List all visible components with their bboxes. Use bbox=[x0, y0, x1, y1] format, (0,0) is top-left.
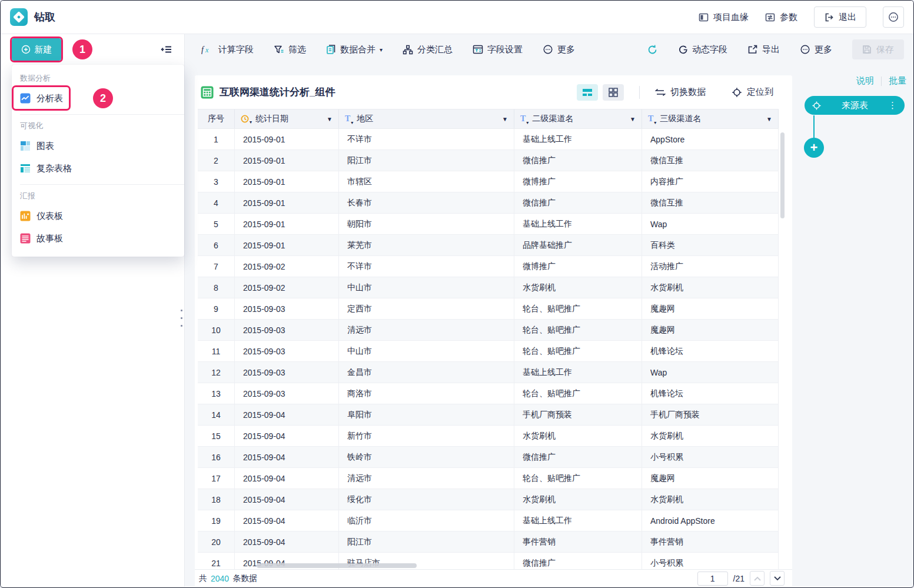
vertical-scrollbar[interactable] bbox=[780, 132, 785, 218]
list-view-toggle[interactable] bbox=[577, 84, 598, 101]
subtotal-button[interactable]: 分类汇总 bbox=[403, 44, 453, 55]
text-field-icon: T ▾ bbox=[345, 114, 353, 124]
column-label: 序号 bbox=[208, 114, 224, 124]
crosshair-icon bbox=[812, 101, 822, 111]
plus-circle-icon bbox=[21, 45, 31, 54]
next-page-button[interactable] bbox=[770, 571, 785, 586]
table-row[interactable]: 132015-09-03商洛市轮台、贴吧推广机锋论坛 bbox=[198, 383, 779, 404]
column-header-index[interactable]: 序号 bbox=[198, 109, 235, 128]
filter-caret-icon[interactable]: ▼ bbox=[327, 116, 333, 122]
table-cell: 2015-09-01 bbox=[235, 214, 339, 234]
table-row[interactable]: 22015-09-01阳江市微信推广微信互推 bbox=[198, 150, 779, 171]
table-row[interactable]: 122015-09-03金昌市基础上线工作Wap bbox=[198, 362, 779, 383]
table-row[interactable]: 142015-09-04阜阳市手机厂商预装手机厂商预装 bbox=[198, 404, 779, 426]
table-footer: 共 2040 条数据 1 /21 bbox=[195, 569, 792, 587]
horizontal-scrollbar[interactable] bbox=[257, 563, 417, 568]
table-cell: 水货刷机 bbox=[642, 277, 779, 298]
project-lineage-button[interactable]: 项目血缘 bbox=[699, 12, 749, 23]
table-row[interactable]: 62015-09-01莱芜市品牌基础推广百科类 bbox=[198, 235, 779, 256]
table-cell: 阳江市 bbox=[339, 150, 514, 171]
menu-section-label: 汇报 bbox=[12, 185, 184, 205]
table-cell: 2015-09-03 bbox=[235, 383, 339, 404]
table-row[interactable]: 72015-09-02不详市微博推广活动推广 bbox=[198, 256, 779, 277]
collapse-sidebar-icon[interactable] bbox=[161, 44, 172, 55]
table-cell: 微信推广 bbox=[514, 150, 642, 171]
table-row[interactable]: 82015-09-02中山市水货刷机水货刷机 bbox=[198, 277, 779, 298]
switch-data-button[interactable]: 切换数据 bbox=[655, 87, 706, 98]
table-row[interactable]: 42015-09-01长春市微信推广微信互推 bbox=[198, 192, 779, 214]
filter-button[interactable]: 筛选 bbox=[274, 44, 306, 55]
more-button-2[interactable]: 更多 bbox=[800, 44, 832, 55]
dynamic-g-icon bbox=[678, 45, 688, 55]
table-cell: 不详市 bbox=[339, 129, 514, 150]
page-total: /21 bbox=[733, 574, 745, 583]
dynamic-field-button[interactable]: 动态字段 bbox=[678, 44, 727, 55]
add-node-button[interactable]: + bbox=[804, 138, 824, 158]
table-row[interactable]: 182015-09-04绥化市水货刷机水货刷机 bbox=[198, 489, 779, 510]
panel-resize-handle[interactable] bbox=[181, 310, 182, 327]
batch-link[interactable]: 批量 bbox=[889, 75, 906, 87]
table-cell: 11 bbox=[198, 341, 235, 361]
table-cell: 8 bbox=[198, 277, 235, 298]
grid-view-toggle[interactable] bbox=[603, 84, 624, 101]
table-row[interactable]: 92015-09-03定西市轮台、贴吧推广魔趣网 bbox=[198, 298, 779, 320]
table-cell: 2015-09-01 bbox=[235, 235, 339, 255]
table-row[interactable]: 112015-09-03中山市轮台、贴吧推广机锋论坛 bbox=[198, 341, 779, 362]
table-row[interactable]: 172015-09-04清远市轮台、贴吧推广魔趣网 bbox=[198, 468, 779, 489]
refresh-button[interactable] bbox=[647, 44, 658, 55]
new-button[interactable]: 新建 bbox=[12, 38, 61, 61]
table-row[interactable]: 52015-09-01朝阳市基础上线工作Wap bbox=[198, 214, 779, 235]
exit-button[interactable]: 退出 bbox=[814, 6, 866, 28]
menu-item-dashboard[interactable]: 仪表板 bbox=[12, 205, 184, 227]
export-button[interactable]: 导出 bbox=[747, 44, 780, 55]
svg-text:f: f bbox=[201, 45, 205, 54]
column-header-channel3[interactable]: T ▾ 三级渠道名 ▼ bbox=[642, 109, 779, 128]
table-cell: 13 bbox=[198, 383, 235, 404]
flow-panel: 说明 批量 来源表 ⋮ + bbox=[792, 65, 913, 587]
data-merge-button[interactable]: 数据合并 ▾ bbox=[326, 44, 383, 55]
save-button[interactable]: 保存 bbox=[852, 39, 904, 59]
page-number-input[interactable]: 1 bbox=[697, 572, 728, 586]
menu-item-complex-table[interactable]: 复杂表格 bbox=[12, 157, 184, 180]
table-cell: 内容推广 bbox=[642, 171, 779, 192]
table-cell: 2015-09-04 bbox=[235, 404, 339, 425]
table-cell: 百科类 bbox=[642, 235, 779, 255]
table-row[interactable]: 202015-09-04阳江市事件营销事件营销 bbox=[198, 531, 779, 553]
column-header-region[interactable]: T ▾ 地区 ▼ bbox=[339, 109, 514, 128]
node-menu-icon[interactable]: ⋮ bbox=[888, 100, 898, 111]
merge-doc-icon bbox=[326, 44, 336, 55]
filter-caret-icon[interactable]: ▼ bbox=[502, 116, 508, 122]
table-row[interactable]: 102015-09-03清远市轮台、贴吧推广魔趣网 bbox=[198, 320, 779, 341]
table-row[interactable]: 32015-09-01市辖区微博推广内容推广 bbox=[198, 171, 779, 192]
panel-links: 说明 批量 bbox=[799, 75, 906, 87]
column-label: 地区 bbox=[357, 114, 373, 124]
field-settings-button[interactable]: 字段设置 bbox=[473, 44, 523, 55]
table-cell: 阳江市 bbox=[339, 531, 514, 552]
more-button[interactable]: 更多 bbox=[543, 44, 575, 55]
menu-item-chart[interactable]: 图表 bbox=[12, 135, 184, 157]
table-row[interactable]: 152015-09-04新竹市水货刷机水货刷机 bbox=[198, 426, 779, 447]
params-button[interactable]: 参数 bbox=[765, 12, 797, 23]
table-row[interactable]: 162015-09-04铁岭市微信推广小号积累 bbox=[198, 447, 779, 468]
table-cell: 19 bbox=[198, 510, 235, 531]
save-icon bbox=[862, 45, 872, 54]
explain-link[interactable]: 说明 bbox=[856, 75, 874, 87]
text-field-icon: T ▾ bbox=[520, 114, 529, 124]
calculated-field-button[interactable]: fx 计算字段 bbox=[201, 44, 254, 55]
column-header-channel2[interactable]: T ▾ 二级渠道名 ▼ bbox=[514, 109, 642, 128]
table-row[interactable]: 192015-09-04临沂市基础上线工作Android AppStore bbox=[198, 510, 779, 531]
caret-down-icon[interactable]: ▾ bbox=[380, 46, 383, 53]
table-cell: 临沂市 bbox=[339, 510, 514, 531]
filter-caret-icon[interactable]: ▼ bbox=[630, 116, 636, 122]
table-row[interactable]: 12015-09-01不详市基础上线工作AppStore bbox=[198, 129, 779, 150]
header-more-button[interactable] bbox=[883, 6, 904, 28]
menu-item-analysis-table[interactable]: 分析表 2 bbox=[12, 87, 184, 109]
source-table-node[interactable]: 来源表 ⋮ bbox=[805, 96, 905, 115]
locate-button[interactable]: 定位到 bbox=[732, 87, 773, 98]
menu-item-storyboard[interactable]: 故事板 bbox=[12, 227, 184, 250]
table-cell: 清远市 bbox=[339, 320, 514, 340]
column-header-date[interactable]: ▾ 统计日期 ▼ bbox=[235, 109, 339, 128]
filter-caret-icon[interactable]: ▼ bbox=[766, 116, 772, 122]
prev-page-button[interactable] bbox=[750, 571, 765, 586]
table-cell: 微信互推 bbox=[642, 192, 779, 213]
